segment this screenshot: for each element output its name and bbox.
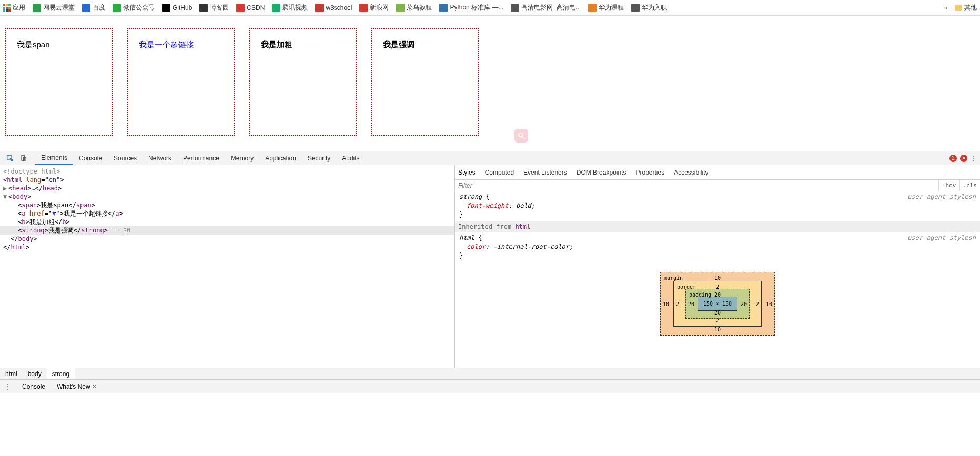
elements-panel[interactable]: <!doctype html> <html lang="en"> ▶<head>… (0, 165, 455, 368)
bookmark-item[interactable]: 华为课程 (588, 3, 624, 12)
bookmark-item[interactable]: 新浪网 (359, 3, 389, 12)
body-close-line[interactable]: </body> (0, 235, 454, 243)
bookmark-item[interactable]: 高清电影网_高清电... (511, 3, 581, 12)
bookmark-icon (113, 4, 121, 12)
styles-tabs: StylesComputedEvent ListenersDOM Breakpo… (455, 165, 980, 180)
apps-button[interactable]: 应用 (3, 3, 25, 12)
bookmark-label: 华为入职 (642, 3, 667, 12)
error-icon: ✕ (960, 155, 967, 162)
error-badge[interactable]: 2 (949, 155, 957, 162)
bookmark-icon (199, 4, 208, 12)
bookmark-icon (33, 4, 41, 12)
styles-body[interactable]: user agent stylesh strong { font-weight:… (455, 191, 980, 368)
bookmark-icon (631, 4, 640, 12)
devtools-tab-application[interactable]: Application (259, 151, 302, 165)
devtools-tab-performance[interactable]: Performance (177, 151, 225, 165)
drawer-console-tab[interactable]: Console (19, 383, 48, 390)
bookmarks-bar: 应用 网易云课堂百度微信公众号GitHub博客园CSDN腾讯视频w3school… (0, 0, 980, 16)
search-watermark-icon (514, 129, 528, 143)
strong-line-selected[interactable]: <strong>我是强调</strong> == $0 (0, 226, 454, 235)
bookmark-label: 网易云课堂 (43, 3, 75, 12)
inherit-bar: Inherited from html (455, 221, 980, 232)
styles-tab-styles[interactable]: Styles (458, 169, 476, 176)
bookmark-icon (272, 4, 280, 12)
b-line[interactable]: <b>我是加粗</b> (0, 218, 454, 226)
bookmark-label: 菜鸟教程 (407, 3, 432, 12)
box-link: 我是一个超链接 (127, 28, 235, 136)
drawer: ⋮ Console What's New × (0, 379, 980, 393)
devtools-tab-audits[interactable]: Audits (336, 151, 365, 165)
devtools-tab-elements[interactable]: Elements (35, 151, 73, 165)
box-strong: 我是强调 (371, 28, 479, 136)
devtools: ElementsConsoleSourcesNetworkPerformance… (0, 151, 980, 393)
devtools-tab-network[interactable]: Network (143, 151, 177, 165)
other-bookmarks[interactable]: 其他 (955, 3, 977, 12)
bookmark-item[interactable]: 网易云课堂 (33, 3, 75, 12)
devtools-tab-sources[interactable]: Sources (108, 151, 143, 165)
drawer-whatsnew-tab[interactable]: What's New × (54, 382, 99, 390)
bookmark-label: 新浪网 (370, 3, 389, 12)
more-icon[interactable]: ⋮ (971, 155, 977, 162)
devtools-toolbar: ElementsConsoleSourcesNetworkPerformance… (0, 151, 980, 165)
inspect-icon[interactable] (3, 151, 17, 165)
head-line[interactable]: ▶<head>…</head> (0, 184, 454, 192)
bookmark-icon (396, 4, 405, 12)
bookmark-label: 高清电影网_高清电... (521, 3, 581, 12)
devtools-tab-memory[interactable]: Memory (225, 151, 259, 165)
apps-label: 应用 (13, 3, 25, 12)
styles-tab-properties[interactable]: Properties (635, 169, 664, 176)
crumb-body[interactable]: body (23, 368, 47, 379)
apps-icon (3, 4, 11, 12)
crumb-strong[interactable]: strong (47, 368, 75, 379)
styles-tab-event-listeners[interactable]: Event Listeners (523, 169, 567, 176)
filter-row: :hov .cls (455, 180, 980, 191)
styles-tab-accessibility[interactable]: Accessibility (674, 169, 708, 176)
doctype-line[interactable]: <!doctype html> (0, 167, 454, 176)
crumb-html[interactable]: html (0, 368, 23, 379)
bookmark-icon (82, 4, 90, 12)
page-viewport: 我是span 我是一个超链接 我是加粗 我是强调 (0, 16, 980, 151)
bookmark-item[interactable]: Python 标准库 —... (439, 3, 503, 12)
devtools-tab-security[interactable]: Security (302, 151, 336, 165)
a-line[interactable]: <a href="#">我是一个超链接</a> (0, 209, 454, 218)
bookmark-icon (439, 4, 448, 12)
bookmark-label: 博客园 (210, 3, 229, 12)
drawer-more-icon[interactable]: ⋮ (1, 383, 14, 390)
bookmark-label: 腾讯视频 (282, 3, 308, 12)
cls-toggle[interactable]: .cls (959, 180, 981, 191)
svg-point-0 (519, 133, 522, 137)
close-icon[interactable]: × (93, 382, 97, 390)
bookmark-icon (588, 4, 597, 12)
bookmark-icon (359, 4, 368, 12)
device-toggle-icon[interactable] (17, 151, 31, 165)
hov-toggle[interactable]: :hov (938, 180, 959, 191)
bookmark-label: 华为课程 (599, 3, 624, 12)
body-open-line[interactable]: ▼<body> (0, 192, 454, 201)
bookmark-icon (315, 4, 324, 12)
uas-label-2: user agent stylesh (907, 234, 976, 242)
bookmark-item[interactable]: 百度 (82, 3, 105, 12)
folder-icon (955, 5, 962, 11)
bookmark-item[interactable]: 腾讯视频 (272, 3, 308, 12)
hyperlink[interactable]: 我是一个超链接 (139, 40, 194, 49)
html-tag-line[interactable]: <html lang="en"> (0, 176, 454, 184)
bookmark-item[interactable]: GitHub (162, 4, 192, 12)
bookmark-label: GitHub (173, 4, 192, 12)
bookmark-item[interactable]: CSDN (236, 4, 265, 12)
filter-input[interactable] (455, 182, 938, 189)
html-close-line[interactable]: </html> (0, 243, 454, 251)
box-model: margin 10101010 border 2222 padding 2020… (459, 262, 976, 336)
bookmark-item[interactable]: 菜鸟教程 (396, 3, 432, 12)
bookmark-item[interactable]: 微信公众号 (113, 3, 155, 12)
uas-label: user agent stylesh (907, 192, 976, 201)
bookmark-item[interactable]: 博客园 (199, 3, 229, 12)
bookmark-icon (162, 4, 170, 12)
span-line[interactable]: <span>我是span</span> (0, 201, 454, 209)
bookmark-item[interactable]: 华为入职 (631, 3, 667, 12)
bookmark-item[interactable]: w3school (315, 4, 352, 12)
styles-tab-dom-breakpoints[interactable]: DOM Breakpoints (577, 169, 627, 176)
styles-tab-computed[interactable]: Computed (485, 169, 514, 176)
overflow-chevron-icon[interactable]: » (944, 4, 947, 12)
box-span: 我是span (5, 28, 113, 136)
devtools-tab-console[interactable]: Console (73, 151, 108, 165)
